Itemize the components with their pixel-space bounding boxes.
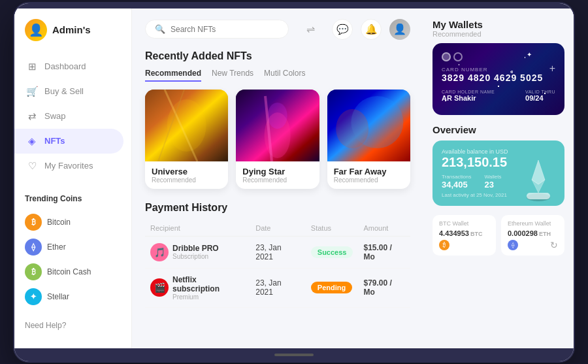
payment-recipient-1: 🎬 Netflix subscription Premium xyxy=(145,268,250,307)
coin-item-xlm[interactable]: ✦ Stellar xyxy=(25,284,121,309)
nav-label-dashboard: Dashboard xyxy=(44,61,86,71)
device-bottom-bar xyxy=(274,354,314,356)
card-toggle xyxy=(442,52,555,61)
transactions-label: Transactions xyxy=(442,174,472,180)
btc-name: Bitcoin xyxy=(47,218,71,227)
sidebar: 👤 Admin's ⊞ Dashboard 🛒 Buy & Sell ⇄ Swa… xyxy=(14,8,132,348)
sidebar-logo: 👤 Admin's xyxy=(14,19,131,54)
payment-icon-0: 🎵 xyxy=(150,243,169,261)
nft-sub-dying-star: Recommended xyxy=(242,176,312,184)
toggle-dot-1 xyxy=(442,52,451,61)
svg-point-10 xyxy=(336,109,368,148)
nft-image-universe xyxy=(145,90,228,161)
logo-avatar: 👤 xyxy=(25,19,47,41)
bch-icon: ₿ xyxy=(25,263,42,280)
payment-sub-1: Premium xyxy=(172,293,245,301)
filter-tab-new-trends[interactable]: New Trends xyxy=(212,69,253,82)
app-title: Admin's xyxy=(52,24,91,35)
mini-wallet-btc-title: BTC Wallet xyxy=(439,220,489,227)
need-help-link[interactable]: Need Help? xyxy=(14,313,131,338)
bch-name: Bitcoin Cash xyxy=(47,267,91,276)
xlm-name: Stellar xyxy=(47,292,69,301)
wallets-label: Wallets xyxy=(485,174,502,180)
sidebar-item-buy-sell[interactable]: 🛒 Buy & Sell xyxy=(14,79,123,104)
notifications-button[interactable]: 🔔 xyxy=(361,19,382,40)
payment-sub-0: Subscription xyxy=(172,253,219,260)
table-row: 🎵 Dribble PRO Subscription 23, Jan 2021 xyxy=(145,236,410,268)
payment-amount-1: $79.00 / Mo xyxy=(358,268,410,307)
col-status: Status xyxy=(306,220,359,237)
card-number-label: CARD NUMBER xyxy=(442,67,555,73)
card-star-decoration: ✦ xyxy=(527,51,532,58)
nav-label-buy-sell: Buy & Sell xyxy=(44,86,84,96)
toggle-dot-2 xyxy=(453,52,463,61)
wallet-title: My Wallets xyxy=(433,19,564,30)
buy-sell-icon: 🛒 xyxy=(26,86,38,97)
nav-label-swap: Swap xyxy=(44,111,66,121)
overview-section: Overview Available balance in USD 213,15… xyxy=(433,124,564,206)
search-input[interactable] xyxy=(171,25,275,34)
nft-card-dying-star[interactable]: Dying Star Recommended xyxy=(236,90,319,189)
overview-title: Overview xyxy=(433,124,564,135)
xlm-icon: ✦ xyxy=(25,288,42,305)
svg-rect-14 xyxy=(527,193,550,199)
eth-name: Ether xyxy=(47,242,66,252)
nav-label-nfts: NFTs xyxy=(44,136,65,146)
payment-recipient-0: 🎵 Dribble PRO Subscription xyxy=(145,236,250,268)
eth-hand-decoration xyxy=(519,157,558,206)
wallet-sub: Recommended xyxy=(433,30,564,38)
nft-name-dying-star: Dying Star xyxy=(242,167,312,176)
search-icon: 🔍 xyxy=(155,24,165,34)
dashboard-icon: ⊞ xyxy=(26,61,38,73)
btc-icon: ₿ xyxy=(25,214,42,231)
center-panel: 🔍 ⇌ 💬 🔔 👤 Recently Added NFTs Recommende… xyxy=(132,8,423,348)
header: 🔍 ⇌ 💬 🔔 👤 xyxy=(145,19,410,40)
overview-wallets: Wallets 23 xyxy=(485,174,502,190)
overview-transactions: Transactions 34,405 xyxy=(442,174,472,190)
filter-tab-mutil-colors[interactable]: Mutil Colors xyxy=(264,69,305,82)
coin-item-btc[interactable]: ₿ Bitcoin xyxy=(25,210,121,235)
favorites-icon: ♡ xyxy=(26,160,38,172)
search-bar[interactable]: 🔍 xyxy=(145,20,289,39)
sidebar-item-nfts[interactable]: ◈ NFTs xyxy=(14,129,123,154)
header-actions: 💬 🔔 👤 xyxy=(332,19,410,40)
nft-filter-tabs: Recommended New Trends Mutil Colors xyxy=(145,69,410,82)
nft-section: Recently Added NFTs Recommended New Tren… xyxy=(145,50,410,189)
coin-item-eth[interactable]: ⟠ Ether xyxy=(25,235,121,259)
card-footer: CARD HOLDER NAME AR Shakir VALID THRU 09… xyxy=(442,90,555,102)
nft-name-far-away: Far Far Away xyxy=(334,167,404,176)
card-valid-label: VALID THRU xyxy=(525,90,555,94)
payment-history-section: Payment History Recipient Date Status Am… xyxy=(145,202,410,308)
filter-tab-recommended[interactable]: Recommended xyxy=(145,69,201,82)
svg-marker-11 xyxy=(532,160,545,184)
trending-coins-section: Trending Coins ₿ Bitcoin ⟠ Ether ₿ Bitco… xyxy=(14,186,131,313)
payment-date-0: 23, Jan 2021 xyxy=(250,236,306,268)
nfts-icon: ◈ xyxy=(26,135,38,147)
filter-icon[interactable]: ⇌ xyxy=(306,23,315,35)
wallets-value: 23 xyxy=(485,180,502,190)
refresh-icon[interactable]: ↻ xyxy=(550,240,558,250)
eth-icon: ⟠ xyxy=(25,239,42,256)
col-amount: Amount xyxy=(358,220,410,237)
user-avatar[interactable]: 👤 xyxy=(389,19,410,40)
wallet-section: My Wallets Recommended ✦ + CARD NUMBER 3… xyxy=(433,19,564,115)
coin-item-bch[interactable]: ₿ Bitcoin Cash xyxy=(25,259,121,284)
card-holder-name: AR Shakir xyxy=(442,94,495,102)
svg-point-6 xyxy=(268,103,287,129)
nft-card-universe[interactable]: Universe Recommended xyxy=(145,90,228,189)
chat-button[interactable]: 💬 xyxy=(332,19,353,40)
mini-btc-icon: ₿ xyxy=(439,240,449,250)
nft-section-title: Recently Added NFTs xyxy=(145,50,410,62)
status-badge-0: Success xyxy=(311,246,353,258)
sidebar-item-dashboard[interactable]: ⊞ Dashboard xyxy=(14,54,123,79)
nft-card-far-away[interactable]: Far Far Away Recommended xyxy=(327,90,410,189)
trending-title: Trending Coins xyxy=(25,194,121,203)
col-recipient: Recipient xyxy=(145,220,250,237)
right-panel: My Wallets Recommended ✦ + CARD NUMBER 3… xyxy=(423,8,574,348)
overview-balance-label: Available balance in USD xyxy=(442,148,555,155)
sidebar-item-swap[interactable]: ⇄ Swap xyxy=(14,104,123,129)
sidebar-item-favorites[interactable]: ♡ My Favorites xyxy=(14,154,123,178)
swap-icon: ⇄ xyxy=(26,110,38,122)
wallet-card: ✦ + CARD NUMBER 3829 4820 4629 5025 CARD… xyxy=(433,43,564,115)
payment-name-0: Dribble PRO xyxy=(172,244,219,253)
